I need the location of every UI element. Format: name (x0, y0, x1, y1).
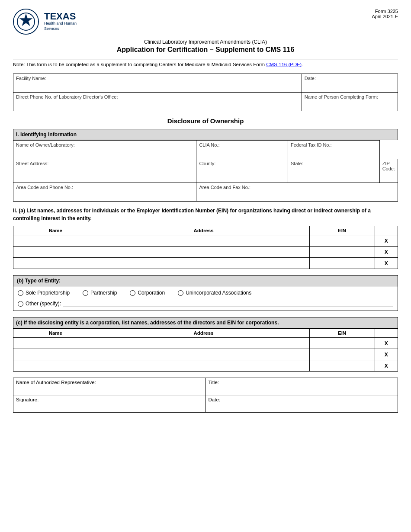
page-header: TEXAS Health and Human Services Form 322… (13, 9, 398, 35)
note-text-after: . (302, 62, 303, 67)
facility-name-value[interactable] (16, 81, 299, 90)
radio-icon[interactable] (178, 290, 183, 296)
table-row: X (13, 235, 398, 247)
radio-icon[interactable] (83, 290, 88, 296)
owner-value[interactable] (16, 147, 193, 157)
other-option: Other (specify): (13, 300, 398, 311)
area-fax-value[interactable] (199, 190, 395, 199)
area-fax-label: Area Code and Fax No.: (199, 185, 395, 190)
entity-option[interactable]: Sole Proprietorship (18, 290, 70, 296)
street-label: Street Address: (16, 161, 193, 166)
form-number: Form 3225 April 2021-E (372, 9, 398, 19)
section-ii-c-table: Name Address EIN X X X (13, 328, 398, 372)
table-row: X (13, 258, 398, 269)
address-cell[interactable] (98, 235, 309, 247)
address-cell[interactable] (98, 360, 309, 372)
area-phone-label: Area Code and Phone No.: (16, 185, 193, 190)
note-area: Note: This form is to be completed as a … (13, 60, 398, 69)
texas-logo-svg (16, 12, 35, 31)
name-cell[interactable] (13, 338, 98, 349)
x-cell: X (375, 258, 398, 269)
auth-rep-label: Name of Authorized Representative: (16, 380, 203, 385)
table-row: X (13, 338, 398, 349)
radio-icon[interactable] (18, 290, 23, 296)
entity-option[interactable]: Corporation (130, 290, 165, 296)
table-row: X (13, 247, 398, 258)
name-cell[interactable] (13, 360, 98, 372)
title-label: Title: (209, 380, 395, 385)
federal-tax-value[interactable] (291, 147, 377, 157)
disclosure-title: Disclosure of Ownership (13, 117, 398, 125)
address-cell[interactable] (98, 338, 309, 349)
x-cell: X (375, 349, 398, 360)
ein-cell[interactable] (309, 360, 375, 372)
radio-icon[interactable] (130, 290, 135, 296)
logo-sub2: Services (44, 26, 77, 32)
zip-label: ZIP Code: (382, 161, 395, 171)
x-cell: X (375, 338, 398, 349)
table-row: X (13, 360, 398, 372)
state-label: State: (291, 161, 377, 166)
ein-cell[interactable] (309, 258, 375, 269)
clia-value[interactable] (199, 147, 285, 157)
facility-name-label: Facility Name: (16, 76, 299, 81)
section-ii-c-header: (c) If the disclosing entity is a corpor… (13, 317, 398, 328)
form-main-title: Application for Certification – Suppleme… (13, 46, 398, 54)
entity-type-section: (b) Type of Entity: Sole ProprietorshipP… (13, 275, 398, 311)
logo-texas-text: TEXAS (44, 12, 77, 21)
logo-text: TEXAS Health and Human Services (44, 12, 77, 31)
federal-tax-label: Federal Tax ID No.: (291, 142, 377, 147)
name-cell[interactable] (13, 349, 98, 360)
person-value[interactable] (305, 99, 395, 109)
ein-cell[interactable] (309, 338, 375, 349)
entity-option[interactable]: Partnership (83, 290, 117, 296)
other-line (63, 300, 393, 307)
section-i-table: Name of Owner/Laboratory: CLIA No.: Fede… (13, 140, 398, 202)
entity-option[interactable]: Unincorporated Associations (178, 290, 251, 296)
section-ii-a-header: II. (a) List names, addresses for indivi… (13, 207, 398, 222)
name-cell[interactable] (13, 247, 98, 258)
county-value[interactable] (199, 166, 285, 176)
cms116-link[interactable]: CMS 116 (PDF) (266, 62, 302, 67)
owner-label: Name of Owner/Laboratory: (16, 142, 193, 147)
county-label: County: (199, 161, 285, 166)
other-radio[interactable] (18, 301, 23, 307)
phone-value[interactable] (16, 99, 299, 109)
section-i-header: I. Identifying Information (13, 129, 398, 140)
logo-sub1: Health and Human (44, 21, 77, 26)
x-cell: X (375, 247, 398, 258)
state-value[interactable] (291, 166, 377, 176)
entity-type-header: (b) Type of Entity: (13, 276, 398, 286)
ein-cell[interactable] (309, 235, 375, 247)
date-label: Date: (305, 76, 395, 81)
logo-area: TEXAS Health and Human Services (13, 9, 77, 35)
ein-cell[interactable] (309, 349, 375, 360)
other-label: Other (specify): (26, 301, 61, 307)
street-value[interactable] (16, 166, 193, 176)
clia-label: CLIA No.: (199, 142, 285, 147)
name-cell[interactable] (13, 235, 98, 247)
name-cell[interactable] (13, 258, 98, 269)
table-row: X (13, 349, 398, 360)
sig-date-label: Date: (209, 397, 395, 402)
entity-options: Sole ProprietorshipPartnershipCorporatio… (13, 286, 398, 300)
section-ii-a-table: Name Address EIN X X X (13, 226, 398, 269)
entity-option-label: Sole Proprietorship (26, 290, 70, 296)
address-cell[interactable] (98, 349, 309, 360)
svg-marker-0 (20, 14, 32, 26)
zip-value[interactable] (382, 171, 395, 181)
address-cell[interactable] (98, 258, 309, 269)
x-cell: X (375, 360, 398, 372)
entity-option-label: Partnership (90, 290, 117, 296)
signature-table: Name of Authorized Representative: Title… (13, 378, 398, 413)
form-subtitle: Clinical Laboratory Improvement Amendmen… (13, 39, 398, 45)
entity-option-label: Corporation (138, 290, 165, 296)
area-phone-value[interactable] (16, 190, 193, 199)
note-text-before: Note: This form is to be completed as a … (13, 62, 266, 67)
address-cell[interactable] (98, 247, 309, 258)
facility-table: Facility Name: Date: Direct Phone No. of… (13, 74, 398, 111)
person-label: Name of Person Completing Form: (305, 94, 395, 99)
ein-cell[interactable] (309, 247, 375, 258)
date-value[interactable] (305, 81, 395, 90)
phone-label: Direct Phone No. of Laboratory Director'… (16, 94, 299, 99)
